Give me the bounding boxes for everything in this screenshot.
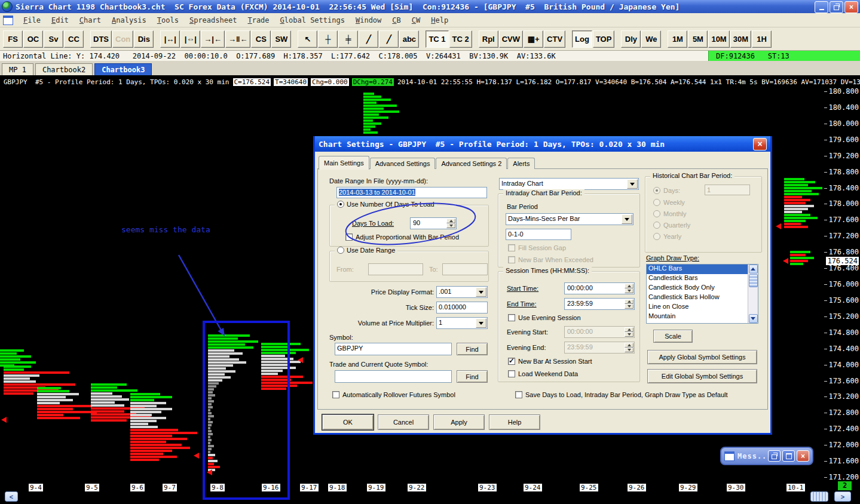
menu-trade[interactable]: Trade (242, 15, 274, 26)
sw-button[interactable]: SW (271, 30, 291, 48)
tick-size-field[interactable]: 0.010000 (436, 302, 488, 314)
message-log-close-button[interactable]: × (797, 450, 809, 462)
spin-down-icon[interactable] (446, 223, 455, 228)
cvw-button[interactable]: CVW (499, 30, 523, 48)
scroll-right-button[interactable]: > (834, 491, 851, 502)
dialog-tab-advanced-settings[interactable]: Advanced Settings (370, 158, 436, 169)
rollover-checkbox[interactable] (332, 391, 339, 398)
menu-edit[interactable]: Edit (46, 15, 74, 26)
tc1-button[interactable]: TC 1 (426, 30, 448, 48)
save-defaults-checkbox[interactable] (515, 391, 522, 398)
edit-global-symbol-settings-button[interactable]: Edit Global Symbol Settings (647, 369, 757, 383)
ctv-button[interactable]: CTV (544, 30, 565, 48)
bar-width-increase-button[interactable]: →‖← (225, 30, 250, 48)
use-number-of-days-radio[interactable] (337, 201, 344, 208)
scroll-down-icon[interactable] (749, 314, 758, 323)
scrollbar-thumb[interactable] (810, 491, 828, 502)
menu-global-settings[interactable]: Global Settings (275, 15, 350, 26)
historical-yearly-radio[interactable] (653, 233, 660, 240)
message-log-window[interactable]: Mess... × (720, 447, 813, 465)
chartbook-tab-chartbook3[interactable]: Chartbook3 (94, 63, 152, 75)
new-bar-when-exceeded-checkbox[interactable] (508, 256, 515, 263)
evening-start-stepper[interactable]: 00:00:00 (564, 326, 635, 338)
menu-window[interactable]: Window (350, 15, 387, 26)
dialog-tab-alerts[interactable]: Alerts (507, 158, 535, 169)
scroll-left-button[interactable]: < (5, 491, 18, 502)
historical-quarterly-radio[interactable] (653, 222, 660, 229)
tc2-button[interactable]: TC 2 (449, 30, 472, 48)
tf-10m-button[interactable]: 10M (708, 30, 729, 48)
start-time-stepper[interactable]: 00:00:00 (564, 282, 635, 294)
scale-button[interactable]: Scale (653, 330, 693, 343)
from-date-field[interactable] (368, 263, 423, 275)
list-scrollbar-thumb[interactable] (749, 274, 758, 287)
help-button[interactable]: Help (489, 414, 540, 430)
message-log-maximize-button[interactable] (782, 450, 795, 462)
date-range-field[interactable]: 2014-03-13 to 2014-10-01 (336, 187, 487, 198)
bar-width-decrease-button[interactable]: →|← (201, 30, 225, 48)
list-scrollbar[interactable] (748, 265, 758, 323)
connect-button[interactable]: Con (112, 30, 133, 48)
historical-days-radio[interactable] (653, 187, 660, 194)
cancel-button[interactable]: Cancel (378, 414, 429, 430)
top-button[interactable]: TOP (593, 30, 615, 48)
tpo-grid-button[interactable]: ▦+ (524, 30, 543, 48)
menu-chart[interactable]: Chart (74, 15, 106, 26)
historical-weekly-radio[interactable] (653, 199, 660, 206)
weekly-button[interactable]: We (641, 30, 661, 48)
close-button[interactable]: × (844, 1, 858, 13)
ray-tool-button[interactable]: ╱ (379, 30, 399, 48)
graph-draw-type-option-candlestick-bars-hollow[interactable]: Candlestick Bars Hollow (647, 293, 748, 303)
dialog-close-button[interactable]: × (753, 138, 767, 150)
apply-global-symbol-settings-button[interactable]: Apply Global Symbol Settings (647, 350, 757, 364)
days-to-load-stepper[interactable]: 90 (410, 217, 457, 229)
graph-draw-type-option-line-on-close[interactable]: Line on Close (647, 303, 748, 312)
message-log-restore-button[interactable] (768, 450, 781, 462)
bar-period-select[interactable]: Days-Mins-Secs Per Bar (506, 213, 633, 225)
use-evening-session-checkbox[interactable] (508, 314, 515, 321)
menu-spreadsheet[interactable]: Spreadsheet (184, 15, 242, 26)
load-weekend-data-checkbox[interactable] (508, 370, 515, 377)
oc-button[interactable]: OC (23, 30, 43, 48)
daily-button[interactable]: Dly (621, 30, 641, 48)
dropdown-arrow-icon[interactable] (622, 214, 632, 224)
symbol-field[interactable]: GBPJPY (335, 343, 452, 355)
bar-period-value-field[interactable]: 0-1-0 (506, 229, 571, 240)
menu-file[interactable]: File (18, 15, 46, 26)
dropdown-arrow-icon[interactable] (476, 318, 486, 328)
price-display-format-select[interactable]: .001 (436, 286, 488, 298)
evening-end-stepper[interactable]: 23:59:59 (564, 342, 635, 354)
graph-draw-type-option-ohlc-bars[interactable]: OHLC Bars (647, 265, 748, 274)
tf-1m-button[interactable]: 1M (668, 30, 687, 48)
menu-cb[interactable]: CB (387, 15, 406, 26)
tf-1h-button[interactable]: 1H (752, 30, 772, 48)
bar-spacing-decrease-button[interactable]: |⇔| (180, 30, 200, 48)
menu-tools[interactable]: Tools (152, 15, 184, 26)
dropdown-arrow-icon[interactable] (476, 287, 486, 297)
fs-button[interactable]: FS (3, 30, 23, 48)
dts-button[interactable]: DTS (90, 30, 112, 48)
menu-analysis[interactable]: Analysis (106, 15, 152, 26)
trade-symbol-find-button[interactable]: Find (457, 370, 488, 383)
scroll-up-icon[interactable] (749, 265, 758, 273)
tf-5m-button[interactable]: 5M (688, 30, 708, 48)
cs-button[interactable]: CS (251, 30, 271, 48)
chartbook-tab-mp-1[interactable]: MP 1 (2, 63, 33, 75)
historical-days-field[interactable]: 1 (705, 185, 750, 195)
disconnect-button[interactable]: Dis (134, 30, 154, 48)
replay-button[interactable]: Rpl (479, 30, 498, 48)
dialog-tab-main-settings[interactable]: Main Settings (319, 156, 369, 170)
chart-type-select[interactable]: Intraday Chart (499, 178, 639, 190)
new-bar-at-session-start-checkbox[interactable] (508, 358, 515, 365)
graph-draw-type-list[interactable]: OHLC BarsCandlestick BarsCandlestick Bod… (646, 264, 758, 324)
historical-monthly-radio[interactable] (653, 210, 660, 217)
crosshair-tool-button[interactable]: ┼ (318, 30, 338, 48)
graph-draw-type-option-candlestick-body-only[interactable]: Candlestick Body Only (647, 284, 748, 293)
log-scale-button[interactable]: Log (572, 30, 592, 48)
dialog-tab-advanced-settings-2[interactable]: Advanced Settings 2 (436, 158, 507, 169)
dialog-titlebar[interactable]: Chart Settings - GBPJPY #5 - Profile Per… (315, 136, 770, 152)
adjust-proportional-checkbox[interactable] (345, 233, 353, 241)
maximize-button[interactable] (830, 1, 843, 13)
trade-symbol-field[interactable] (335, 370, 452, 383)
to-date-field[interactable] (442, 263, 488, 275)
